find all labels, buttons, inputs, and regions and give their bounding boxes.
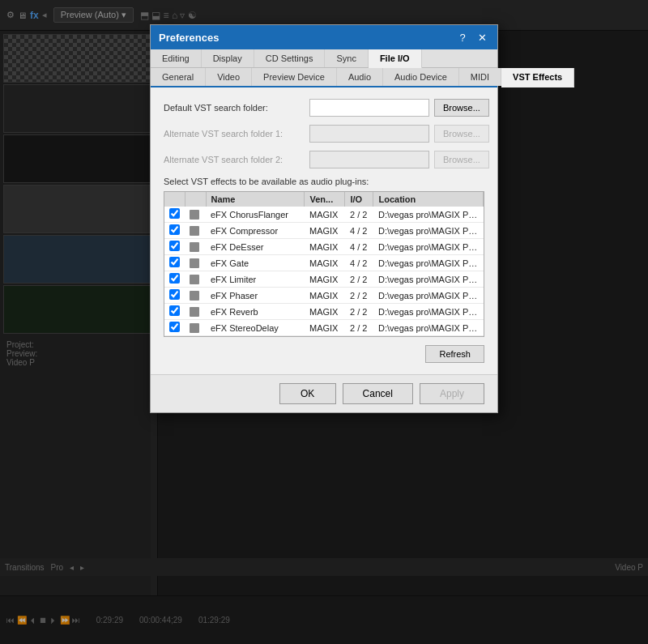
table-row[interactable]: eFX TremoloPan MAGIX 2 / 2 D:\vegas pro\… xyxy=(164,336,484,338)
alternate-vst2-input[interactable] xyxy=(309,151,429,168)
alternate-vst1-input[interactable] xyxy=(309,125,429,143)
browse-alternate-vst1-button: Browse... xyxy=(434,125,489,143)
row-io: 2 / 2 xyxy=(345,271,373,288)
tab-row-1: Editing Display CD Settings Sync File I/… xyxy=(151,49,497,68)
row-vendor: MAGIX xyxy=(305,288,345,304)
row-location: D:\vegas pro\MAGIX Plugins\es xyxy=(373,223,484,239)
row-vendor: MAGIX xyxy=(305,336,345,338)
tab-general[interactable]: General xyxy=(151,68,206,86)
row-icon-cell xyxy=(185,207,206,223)
row-io: 2 / 2 xyxy=(345,320,373,336)
apply-button[interactable]: Apply xyxy=(420,383,484,404)
row-location: D:\vegas pro\MAGIX Plugins\es xyxy=(373,271,484,288)
table-row[interactable]: eFX DeEsser MAGIX 4 / 2 D:\vegas pro\MAG… xyxy=(164,239,484,255)
tab-video[interactable]: Video xyxy=(206,68,252,86)
row-checkbox-cell[interactable] xyxy=(164,288,185,304)
dialog-titlebar: Preferences ? ✕ xyxy=(151,25,497,49)
row-checkbox-cell[interactable] xyxy=(164,207,185,223)
col-header-vendor: Ven... xyxy=(305,192,345,207)
tab-file-io[interactable]: File I/O xyxy=(369,49,422,69)
row-checkbox-cell[interactable] xyxy=(164,239,185,255)
default-vst-row: Default VST search folder: Browse... xyxy=(164,99,484,117)
vst-checkbox[interactable] xyxy=(169,208,180,219)
row-icon-cell xyxy=(185,304,206,320)
titlebar-controls: ? ✕ xyxy=(455,30,489,45)
tab-cd-settings[interactable]: CD Settings xyxy=(254,49,326,67)
row-location: D:\vegas pro\MAGIX Plugins\es xyxy=(373,239,484,255)
ok-button[interactable]: OK xyxy=(279,383,336,404)
row-vendor: MAGIX xyxy=(305,239,345,255)
row-name: eFX ChorusFlanger xyxy=(206,207,305,223)
row-name: eFX Reverb xyxy=(206,304,305,320)
plugin-icon xyxy=(190,242,199,252)
row-checkbox-cell[interactable] xyxy=(164,223,185,239)
table-row[interactable]: eFX Compressor MAGIX 4 / 2 D:\vegas pro\… xyxy=(164,223,484,239)
default-vst-input[interactable] xyxy=(309,99,429,117)
vst-table-wrapper[interactable]: Name Ven... I/O Location eFX ChorusFlang… xyxy=(164,191,484,337)
table-row[interactable]: eFX Phaser MAGIX 2 / 2 D:\vegas pro\MAGI… xyxy=(164,288,484,304)
tab-preview-device[interactable]: Preview Device xyxy=(252,68,337,86)
row-checkbox-cell[interactable] xyxy=(164,255,185,271)
row-name: eFX DeEsser xyxy=(206,239,305,255)
alternate-vst2-row: Alternate VST search folder 2: Browse... xyxy=(164,151,484,168)
row-icon-cell xyxy=(185,223,206,239)
row-location: D:\vegas pro\MAGIX Plugins\es xyxy=(373,304,484,320)
dialog-title: Preferences xyxy=(159,32,219,44)
vst-checkbox[interactable] xyxy=(169,224,180,235)
close-button[interactable]: ✕ xyxy=(475,30,489,45)
row-name: eFX Compressor xyxy=(206,223,305,239)
row-icon-cell xyxy=(185,336,206,338)
alternate-vst2-label: Alternate VST search folder 2: xyxy=(164,155,309,164)
vst-checkbox[interactable] xyxy=(169,322,180,332)
row-io: 4 / 2 xyxy=(345,255,373,271)
row-checkbox-cell[interactable] xyxy=(164,320,185,336)
row-location: D:\vegas pro\MAGIX Plugins\es xyxy=(373,288,484,304)
tab-audio-device[interactable]: Audio Device xyxy=(383,68,459,86)
table-row[interactable]: eFX ChorusFlanger MAGIX 2 / 2 D:\vegas p… xyxy=(164,207,484,223)
vst-checkbox[interactable] xyxy=(169,241,180,251)
cancel-button[interactable]: Cancel xyxy=(343,383,413,404)
row-name: eFX Limiter xyxy=(206,271,305,288)
tab-midi[interactable]: MIDI xyxy=(459,68,501,86)
row-checkbox-cell[interactable] xyxy=(164,271,185,288)
tab-audio[interactable]: Audio xyxy=(337,68,383,86)
vst-section-label: Select VST effects to be available as au… xyxy=(164,177,484,186)
row-io: 2 / 2 xyxy=(345,288,373,304)
row-vendor: MAGIX xyxy=(305,320,345,336)
vst-checkbox[interactable] xyxy=(169,289,180,300)
browse-default-vst-button[interactable]: Browse... xyxy=(434,99,489,117)
alternate-vst1-label: Alternate VST search folder 1: xyxy=(164,129,309,139)
row-vendor: MAGIX xyxy=(305,223,345,239)
row-location: D:\vegas pro\MAGIX Plugins\es xyxy=(373,336,484,338)
table-row[interactable]: eFX StereoDelay MAGIX 2 / 2 D:\vegas pro… xyxy=(164,320,484,336)
col-header-icon xyxy=(185,192,206,207)
table-row[interactable]: eFX Reverb MAGIX 2 / 2 D:\vegas pro\MAGI… xyxy=(164,304,484,320)
table-row[interactable]: eFX Gate MAGIX 4 / 2 D:\vegas pro\MAGIX … xyxy=(164,255,484,271)
row-icon-cell xyxy=(185,239,206,255)
row-name: eFX Phaser xyxy=(206,288,305,304)
help-button[interactable]: ? xyxy=(455,30,470,45)
plugin-icon xyxy=(190,258,199,268)
tab-sync[interactable]: Sync xyxy=(325,49,368,67)
vst-checkbox[interactable] xyxy=(169,257,180,267)
row-vendor: MAGIX xyxy=(305,255,345,271)
tab-row-2: General Video Preview Device Audio Audio… xyxy=(151,68,497,87)
vst-checkbox[interactable] xyxy=(169,305,180,316)
tab-editing[interactable]: Editing xyxy=(151,49,202,67)
row-checkbox-cell[interactable] xyxy=(164,304,185,320)
row-io: 4 / 2 xyxy=(345,223,373,239)
alternate-vst1-row: Alternate VST search folder 1: Browse... xyxy=(164,125,484,143)
plugin-icon xyxy=(190,210,199,220)
tab-vst-effects[interactable]: VST Effects xyxy=(501,68,574,87)
vst-table: Name Ven... I/O Location eFX ChorusFlang… xyxy=(164,192,484,337)
col-header-location: Location xyxy=(373,192,484,207)
row-vendor: MAGIX xyxy=(305,304,345,320)
browse-alternate-vst2-button: Browse... xyxy=(434,151,489,168)
row-name: eFX Gate xyxy=(206,255,305,271)
vst-checkbox[interactable] xyxy=(169,273,180,284)
plugin-icon xyxy=(190,275,199,284)
row-checkbox-cell[interactable] xyxy=(164,336,185,338)
table-row[interactable]: eFX Limiter MAGIX 2 / 2 D:\vegas pro\MAG… xyxy=(164,271,484,288)
tab-display[interactable]: Display xyxy=(202,49,254,67)
refresh-button[interactable]: Refresh xyxy=(425,345,484,363)
